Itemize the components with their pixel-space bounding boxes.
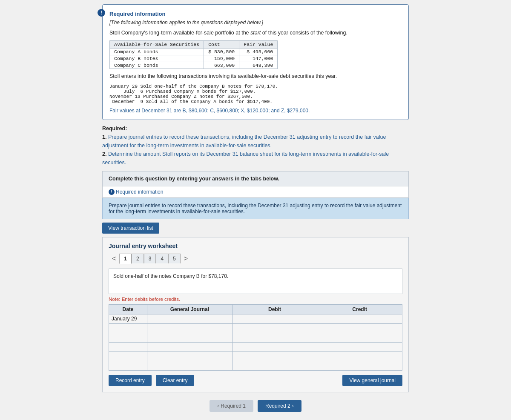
prev-tab-button[interactable]: < xyxy=(109,254,119,263)
credit-input[interactable] xyxy=(317,324,402,333)
credit-cell[interactable] xyxy=(317,314,402,323)
journal-col-credit: Credit xyxy=(317,304,402,314)
journal-col-debit: Debit xyxy=(232,304,317,314)
sec-cell: 147,000 xyxy=(239,55,278,62)
action-row: Record entry Clear entry View general jo… xyxy=(109,375,402,386)
entry-tab-4[interactable]: 4 xyxy=(156,254,168,263)
description-box: Sold one-half of the notes Company B for… xyxy=(109,269,402,294)
date-cell xyxy=(109,333,147,342)
complete-bar: Complete this question by entering your … xyxy=(102,171,409,186)
credit-input[interactable] xyxy=(317,314,402,323)
view-transaction-button[interactable]: View transaction list xyxy=(102,223,159,234)
debit-cell[interactable] xyxy=(232,361,317,370)
general-journal-cell[interactable] xyxy=(147,333,233,342)
sec-cell: Company B notes xyxy=(110,55,204,62)
transactions-intro: Stoll enters into the following transact… xyxy=(109,72,402,80)
credit-cell[interactable] xyxy=(317,323,402,333)
sec-cell: Company A bonds xyxy=(110,48,204,55)
general-journal-input[interactable] xyxy=(147,333,232,342)
action-left: Record entry Clear entry xyxy=(109,375,194,386)
req-item1-text: Prepare journal entries to record these … xyxy=(102,134,386,149)
sec-cell: Company C bonds xyxy=(110,62,204,69)
debit-cell[interactable] xyxy=(232,314,317,323)
journal-col-date: Date xyxy=(109,304,147,314)
credit-input[interactable] xyxy=(317,343,402,351)
sec-cell: $ 530,500 xyxy=(204,48,239,55)
next-nav-label: Required 2 xyxy=(265,403,290,409)
req-item2-label: 2. xyxy=(102,151,106,157)
debit-cell[interactable] xyxy=(232,342,317,351)
date-cell: January 29 xyxy=(109,314,147,323)
info-title: Required information xyxy=(109,11,402,17)
debit-input[interactable] xyxy=(233,361,317,370)
required-label: Required: xyxy=(102,126,127,131)
instruction-bar: Prepare journal entries to record these … xyxy=(102,198,409,219)
debit-input[interactable] xyxy=(233,333,317,342)
prev-nav-button[interactable]: ‹ Required 1 xyxy=(210,400,253,412)
record-entry-button[interactable]: Record entry xyxy=(109,375,152,386)
table-row xyxy=(109,361,402,370)
credit-input[interactable] xyxy=(317,333,402,342)
general-journal-cell[interactable] xyxy=(147,361,233,370)
info-intro: Stoll Company's long-term available-for-… xyxy=(109,29,402,37)
securities-table: Available-for-Sale Securities Cost Fair … xyxy=(109,40,278,69)
info-icon: ! xyxy=(98,9,105,17)
general-journal-input[interactable] xyxy=(147,343,232,351)
debit-input[interactable] xyxy=(233,324,317,333)
date-cell xyxy=(109,351,147,361)
worksheet-title: Journal entry worksheet xyxy=(109,243,402,249)
debit-input[interactable] xyxy=(233,352,317,361)
sec-col-fv: Fair Value xyxy=(239,40,278,48)
entry-tab-5[interactable]: 5 xyxy=(168,254,181,263)
entry-tab-2[interactable]: 2 xyxy=(132,254,144,263)
tab-info-icon: ! xyxy=(109,189,115,195)
transactions-text: January 29 Sold one-half of the Company … xyxy=(109,84,402,104)
general-journal-cell[interactable] xyxy=(147,342,233,351)
table-row xyxy=(109,342,402,351)
worksheet-box: Journal entry worksheet < 1 2 3 4 5 > So… xyxy=(102,237,409,392)
credit-cell[interactable] xyxy=(317,351,402,361)
general-journal-input[interactable] xyxy=(147,352,232,361)
debit-cell[interactable] xyxy=(232,323,317,333)
journal-col-general: General Journal xyxy=(147,304,233,314)
required-info-tab[interactable]: ! Required information xyxy=(107,188,165,196)
journal-table: Date General Journal Debit Credit Januar… xyxy=(109,304,402,371)
credit-cell[interactable] xyxy=(317,361,402,370)
credit-input[interactable] xyxy=(317,361,402,370)
general-journal-cell[interactable] xyxy=(147,314,233,323)
req-item2-text: Determine the amount Stoll reports on it… xyxy=(102,151,389,166)
general-journal-cell[interactable] xyxy=(147,323,233,333)
nav-bottom: ‹ Required 1 Required 2 › xyxy=(102,400,409,412)
table-row: January 29 xyxy=(109,314,402,323)
table-row xyxy=(109,323,402,333)
debit-cell[interactable] xyxy=(232,333,317,342)
credit-cell[interactable] xyxy=(317,342,402,351)
note-text: Note: Enter debits before credits. xyxy=(109,297,402,302)
sec-cell: 648,390 xyxy=(239,62,278,69)
general-journal-input[interactable] xyxy=(147,324,232,333)
general-journal-input[interactable] xyxy=(147,314,232,323)
prev-arrow-icon: ‹ xyxy=(217,403,219,409)
prev-nav-label: Required 1 xyxy=(221,403,246,409)
clear-entry-button[interactable]: Clear entry xyxy=(156,375,195,386)
next-arrow-icon: › xyxy=(292,403,294,409)
table-row xyxy=(109,351,402,361)
debit-cell[interactable] xyxy=(232,351,317,361)
date-cell xyxy=(109,361,147,370)
entry-tab-1[interactable]: 1 xyxy=(119,254,132,264)
debit-input[interactable] xyxy=(233,314,317,323)
next-nav-button[interactable]: Required 2 › xyxy=(258,400,301,412)
sec-col-cost: Cost xyxy=(204,40,239,48)
fair-values: Fair values at December 31 are B, $80,60… xyxy=(109,108,402,114)
general-journal-input[interactable] xyxy=(147,361,232,370)
tab-bar: ! Required information xyxy=(102,186,409,198)
credit-cell[interactable] xyxy=(317,333,402,342)
required-section: Required: 1. Prepare journal entries to … xyxy=(102,124,409,167)
general-journal-cell[interactable] xyxy=(147,351,233,361)
next-tab-button[interactable]: > xyxy=(181,254,191,263)
credit-input[interactable] xyxy=(317,352,402,361)
sec-cell: 159,000 xyxy=(204,55,239,62)
entry-tab-3[interactable]: 3 xyxy=(144,254,156,263)
debit-input[interactable] xyxy=(233,343,317,351)
view-general-journal-button[interactable]: View general journal xyxy=(342,375,402,386)
